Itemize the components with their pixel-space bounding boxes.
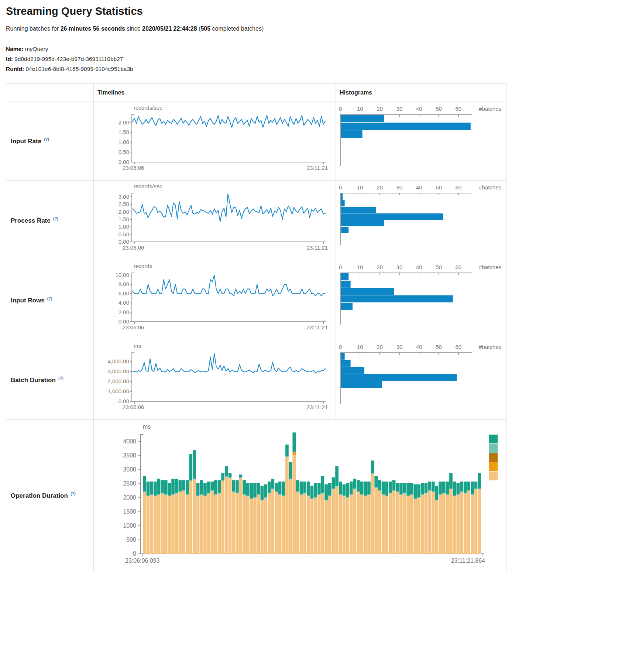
y-tick-label: 3500 <box>123 452 136 459</box>
stacked-bar-segment <box>471 481 474 494</box>
y-tick-label: 4,000.00 <box>108 358 129 364</box>
histogram-chart-batch_duration[interactable]: 0102030405060#batches <box>336 340 506 419</box>
y-tick-label: 10.00 <box>115 272 129 278</box>
stacked-bar-segment <box>203 483 207 496</box>
paren-open: ( <box>197 25 201 32</box>
stacked-bar-segment <box>275 491 278 492</box>
stacked-bar-segment <box>460 492 463 554</box>
stacked-bar-segment <box>210 490 214 491</box>
hist-x-tick-label: 0 <box>339 344 342 350</box>
histogram-bar <box>341 374 457 381</box>
stacked-bar-segment <box>300 494 303 495</box>
histogram-bar <box>341 281 351 288</box>
hist-x-tick-label: 10 <box>357 106 363 112</box>
header-empty-cell <box>6 84 93 102</box>
help-icon[interactable]: (?) <box>69 491 76 496</box>
stacked-bar-segment <box>278 494 282 495</box>
histogram-chart-input_rows[interactable]: 0102030405060#batches <box>336 260 506 340</box>
query-id-line: Id: 9d0dd219-995d-423e-b97d-36931110bb27 <box>6 54 619 64</box>
x-end-label: 23:11:21 <box>307 244 328 251</box>
stacked-bar-segment <box>449 489 453 554</box>
histogram-chart-input_rate[interactable]: 0102030405060#batches <box>336 102 506 180</box>
unit-label: records <box>134 263 152 269</box>
timeline-chart-input_rows[interactable]: records10.008.006.004.002.000.0023:06:06… <box>94 260 335 340</box>
stacked-bar-segment <box>310 499 314 554</box>
table-header-row: Timelines Histograms <box>6 84 506 102</box>
id-value: 9d0dd219-995d-423e-b97d-36931110bb27 <box>14 56 123 62</box>
histogram-bar <box>341 360 351 367</box>
operation-duration-chart[interactable]: ms4000350030002500200015001000500023:06:… <box>94 420 506 571</box>
stacked-bar-segment <box>175 493 178 494</box>
histogram-chart-process_rate[interactable]: 0102030405060#batches <box>336 181 506 260</box>
x-start-label: 23:06:06 <box>123 324 144 330</box>
stacked-bar-segment <box>421 483 424 494</box>
y-tick-label: 1.00 <box>119 223 129 230</box>
legend-swatch-3[interactable] <box>489 453 498 462</box>
stacked-bar-segment <box>478 488 481 489</box>
stacked-bar-segment <box>478 489 481 554</box>
stacked-bar-segment <box>232 491 235 492</box>
legend-swatch-4[interactable] <box>489 462 498 471</box>
help-icon[interactable]: (?) <box>43 137 49 141</box>
timeline-chart-process_rate[interactable]: records/sec3.002.502.001.501.000.500.002… <box>94 181 335 260</box>
stacked-bar-segment <box>221 480 224 481</box>
stacked-bar-segment <box>403 493 406 494</box>
hist-x-tick-label: 30 <box>396 264 403 270</box>
stacked-bar-segment <box>367 494 371 495</box>
stacked-bar-segment <box>250 483 253 498</box>
help-icon[interactable]: (?) <box>57 376 63 380</box>
timeline-chart-input_rate[interactable]: records/sec2.001.501.000.500.0023:06:062… <box>94 102 335 180</box>
stacked-bar-segment <box>410 494 413 495</box>
stacked-bar-segment <box>246 496 250 496</box>
stacked-bar-segment <box>314 498 317 554</box>
stacked-bar-segment <box>310 498 314 499</box>
stacked-bar-segment <box>257 494 260 495</box>
stacked-bar-segment <box>367 481 371 494</box>
stacked-bar-segment <box>229 477 232 478</box>
timeline-chart-batch_duration[interactable]: ms4,000.003,000.002,000.001,000.000.0023… <box>94 340 335 419</box>
hist-x-tick-label: 10 <box>357 264 363 270</box>
stacked-bar-segment <box>406 496 410 496</box>
stacked-bar-segment <box>439 494 442 495</box>
stacked-bar-segment <box>314 483 317 497</box>
stacked-bar-segment <box>250 499 253 554</box>
stacked-bar-segment <box>164 480 168 494</box>
statistics-table: Timelines Histograms Input Rate (?)recor… <box>6 83 506 571</box>
stacked-bar-segment <box>378 491 381 554</box>
hist-unit-label: #batches <box>479 184 501 191</box>
stacked-bar-segment <box>161 494 164 554</box>
stacked-bar-segment <box>432 492 435 554</box>
y-tick-label: 1500 <box>123 508 136 515</box>
legend-swatch-2[interactable] <box>489 444 498 453</box>
stacked-bar-segment <box>428 481 431 490</box>
stacked-bar-segment <box>335 486 339 487</box>
stacked-bar-segment <box>250 498 253 499</box>
stacked-bar-segment <box>154 481 157 496</box>
y-tick-label: 2.00 <box>119 309 129 315</box>
stacked-bar-segment <box>474 488 478 489</box>
stacked-bar-segment <box>357 491 360 492</box>
x-start-label: 23:06:06.093 <box>125 558 160 564</box>
stacked-bar-segment <box>378 480 381 490</box>
legend-swatch-5[interactable] <box>489 472 498 480</box>
legend-swatch-1[interactable] <box>489 435 498 443</box>
help-icon[interactable]: (?) <box>46 296 52 301</box>
y-tick-label: 2,000.00 <box>108 378 129 384</box>
help-icon[interactable]: (?) <box>52 216 58 221</box>
stacked-bar-segment <box>243 494 246 495</box>
stacked-bar-segment <box>236 480 239 493</box>
hist-x-tick-label: 50 <box>436 344 442 350</box>
stacked-bar-segment <box>442 481 446 493</box>
stacked-bar-segment <box>179 492 182 554</box>
stacked-bar-segment <box>374 476 378 487</box>
name-label: Name: <box>6 46 23 52</box>
stacked-bar-segment <box>406 483 410 496</box>
timeline-cell-input_rows: records10.008.006.004.002.000.0023:06:06… <box>93 260 336 340</box>
y-tick-label: 1,000.00 <box>108 388 129 394</box>
stacked-bar-segment <box>324 500 328 501</box>
since-word: since <box>125 25 142 32</box>
metric-label-cell-input_rows: Input Rows (?) <box>6 260 93 340</box>
hist-x-tick-label: 10 <box>357 184 363 191</box>
stacked-bar-segment <box>292 455 296 554</box>
stacked-bar-segment <box>296 480 299 491</box>
